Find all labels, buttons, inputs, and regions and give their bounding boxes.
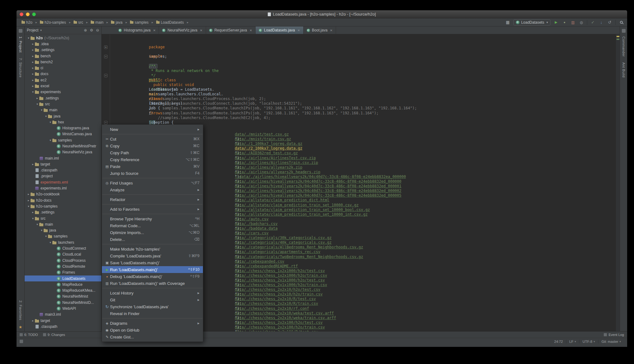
menu-item[interactable]: Paste ⌘V xyxy=(102,163,203,170)
favorites-star-icon[interactable]: ★ xyxy=(19,325,22,329)
tree-item[interactable]: h2o-docs xyxy=(25,197,101,203)
tree-item[interactable]: bench2 xyxy=(25,59,101,65)
close-tab-icon[interactable] xyxy=(330,29,333,32)
menu-item[interactable]: Save 'LoadDatasets.main()' xyxy=(102,259,203,266)
tree-item[interactable]: experiments xyxy=(25,89,101,95)
menu-item[interactable] xyxy=(102,133,203,136)
menu-item[interactable]: New xyxy=(102,126,203,133)
titlebar[interactable]: LoadDatasets.java - [h2o-samples] - h2o … xyxy=(17,10,627,18)
tree-expand-arrow[interactable] xyxy=(35,103,39,106)
tree-item[interactable]: CloudConnect xyxy=(25,245,101,251)
tree-item[interactable]: h2o-samples xyxy=(25,203,101,209)
changes-tool-button[interactable]: 9: Changes xyxy=(43,333,65,337)
breadcrumb-item[interactable]: main xyxy=(90,20,110,25)
editor-tab[interactable]: NeuralNetViz.java xyxy=(159,26,206,34)
git-branch-widget[interactable]: Git: master xyxy=(598,340,624,343)
menu-item[interactable] xyxy=(102,287,203,290)
menu-item[interactable]: Copy Path ⇧⌘C xyxy=(102,149,203,156)
menu-item[interactable]: Run 'LoadDatasets.main()' with Coverage xyxy=(102,280,203,287)
menu-item[interactable] xyxy=(102,203,203,206)
tree-item[interactable]: main3.iml xyxy=(25,312,101,318)
tree-item[interactable]: .classpath xyxy=(25,323,101,329)
vcs-commit-icon[interactable]: ✓ xyxy=(590,20,596,25)
tree-item[interactable]: CloudLocal xyxy=(25,251,101,257)
editor-tab[interactable]: LoadDatasets.java xyxy=(256,26,304,34)
menu-item[interactable]: Jump to Source F4 xyxy=(102,170,203,177)
editor-tab[interactable]: RequestServer.java xyxy=(206,26,256,34)
tree-expand-arrow[interactable] xyxy=(48,121,52,124)
menu-item[interactable] xyxy=(102,193,203,196)
menu-item[interactable]: Browse Type Hierarchy ^H xyxy=(102,215,203,222)
tree-expand-arrow[interactable] xyxy=(31,60,35,64)
run-button[interactable]: ▶ xyxy=(553,20,559,25)
tree-expand-arrow[interactable] xyxy=(31,72,35,75)
event-log-button[interactable]: Event Log xyxy=(604,333,624,337)
menu-item[interactable]: Diagrams xyxy=(102,320,203,327)
tree-expand-arrow[interactable] xyxy=(26,36,31,40)
tool-window-switcher-icon[interactable] xyxy=(20,340,23,343)
menu-item[interactable]: Run 'LoadDatasets.main()' ^⇧F10 xyxy=(102,266,203,273)
tree-item[interactable]: MnistCanvas.java xyxy=(25,131,101,137)
locate-icon[interactable]: ⊕ xyxy=(84,28,87,32)
tree-item[interactable]: src xyxy=(25,215,101,221)
tree-item[interactable]: .idea xyxy=(25,41,101,47)
menu-item[interactable] xyxy=(102,317,203,320)
tree-item[interactable]: MapReduce xyxy=(25,281,101,287)
window-layout-icon[interactable]: ▦ xyxy=(505,20,511,25)
close-tab-icon[interactable] xyxy=(249,29,252,32)
tree-item[interactable]: WebAPI xyxy=(25,305,101,311)
close-window-button[interactable] xyxy=(20,12,23,16)
tree-expand-arrow[interactable] xyxy=(31,319,35,322)
close-tab-icon[interactable] xyxy=(200,29,202,32)
tree-item[interactable]: main xyxy=(25,221,101,227)
coverage-button[interactable]: ▥ xyxy=(570,20,576,25)
breadcrumb-item[interactable]: samples xyxy=(129,20,156,25)
tree-expand-arrow[interactable] xyxy=(35,223,39,226)
menu-item[interactable]: Find Usages ⌥F7 xyxy=(102,180,203,186)
tree-item[interactable]: h2o (~/Source/h2o) xyxy=(25,35,101,41)
tool-window-button[interactable]: 2: Favorites xyxy=(19,300,22,320)
tree-expand-arrow[interactable] xyxy=(48,139,52,142)
menu-item[interactable]: Make Module 'h2o-samples' xyxy=(102,246,203,252)
tool-window-button[interactable]: 7: Structure xyxy=(19,58,22,78)
tree-item[interactable]: src xyxy=(25,101,101,107)
encoding-widget[interactable]: UTF-8 xyxy=(579,340,598,343)
breadcrumb-item[interactable]: h2o-samples xyxy=(39,20,73,25)
tree-item[interactable]: experiments.iml xyxy=(25,185,101,191)
menu-item[interactable]: Git xyxy=(102,296,203,303)
tree-item[interactable]: launchers xyxy=(25,239,101,245)
menu-item[interactable]: Local History xyxy=(102,290,203,296)
menu-item[interactable] xyxy=(102,177,203,180)
breadcrumb-item[interactable]: h2o xyxy=(21,20,39,25)
tree-item[interactable]: target xyxy=(25,318,101,323)
tree-item[interactable]: ec2 xyxy=(25,77,101,83)
menu-item[interactable]: Synchronize 'LoadDatasets.java' xyxy=(102,303,203,310)
caret-position-widget[interactable]: 24:72 xyxy=(551,340,566,343)
tree-expand-arrow[interactable] xyxy=(31,48,35,51)
tree-item[interactable]: main xyxy=(25,107,101,113)
menu-item[interactable]: Cut ⌘X xyxy=(102,136,203,142)
menu-item[interactable]: Compile 'LoadDatasets.java' ⇧⌘F9 xyxy=(102,252,203,259)
tree-item[interactable]: CloudRemote xyxy=(25,263,101,269)
tree-item[interactable]: CloudProcess xyxy=(25,257,101,263)
tree-item[interactable]: java xyxy=(25,228,101,233)
tree-expand-arrow[interactable] xyxy=(31,90,35,93)
vcs-update-icon[interactable]: ↓ xyxy=(598,20,604,25)
line-separator-widget[interactable]: LF xyxy=(566,340,579,343)
tool-window-button[interactable]: Ant Build xyxy=(622,62,626,78)
tree-expand-arrow[interactable] xyxy=(26,199,31,202)
tree-expand-arrow[interactable] xyxy=(31,79,35,82)
fold-marker-minus[interactable]: − xyxy=(104,121,108,124)
tree-expand-arrow[interactable] xyxy=(40,229,44,232)
fold-marker-minus[interactable]: − xyxy=(104,55,108,58)
tree-item[interactable]: experiments.eml xyxy=(25,179,101,185)
menu-item[interactable]: Copy ⌘C xyxy=(102,142,203,149)
tree-item[interactable]: MapReduceKMea... xyxy=(25,287,101,293)
tool-window-button[interactable]: Commander xyxy=(622,36,626,57)
menu-item[interactable] xyxy=(102,243,203,246)
tree-expand-arrow[interactable] xyxy=(26,193,31,196)
tree-item[interactable]: samples xyxy=(25,137,101,143)
tree-item[interactable]: excel xyxy=(25,83,101,89)
zoom-window-button[interactable] xyxy=(32,12,36,16)
tree-item[interactable]: target xyxy=(25,161,101,167)
